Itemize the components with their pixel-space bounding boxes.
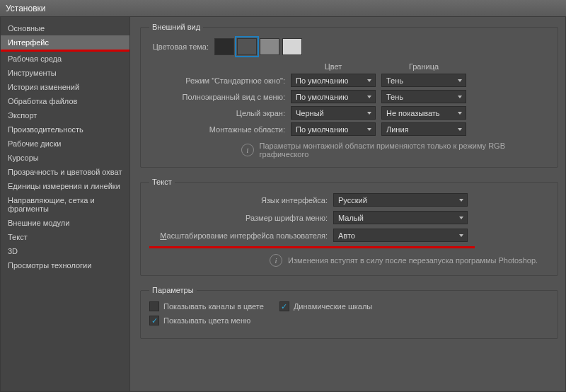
select-standard-border[interactable]: Тень — [381, 74, 466, 87]
checkbox-show-menu-colors[interactable]: Показывать цвета меню — [149, 316, 250, 325]
sidebar-item-3d[interactable]: 3D — [1, 244, 129, 258]
swatch-lightest[interactable] — [282, 38, 302, 55]
select-fullscreen-color[interactable]: Черный — [291, 106, 376, 120]
info-icon: i — [241, 144, 254, 156]
checkbox-icon — [149, 301, 159, 311]
checkbox-show-channels[interactable]: Показывать каналы в цвете — [149, 301, 264, 311]
group-appearance: Внешний вид Цветовая тема: Цвет Граница … — [140, 23, 558, 168]
group-params: Параметры Показывать каналы в цвете Дина… — [140, 286, 558, 339]
sidebar-item-units[interactable]: Единицы измерения и линейки — [1, 179, 129, 193]
select-artboards-border[interactable]: Линия — [381, 122, 466, 136]
checkbox-show-menu-colors-label: Показывать цвета меню — [163, 316, 250, 325]
mode-row-standard: Режим "Стандартное окно": По умолчанию Т… — [149, 74, 549, 87]
sidebar-item-plugins[interactable]: Внешние модули — [1, 216, 129, 230]
main-panel: Внешний вид Цветовая тема: Цвет Граница … — [130, 17, 565, 391]
header-border: Граница — [381, 62, 466, 71]
appearance-info: i Параметры монтажной области применяютс… — [241, 142, 549, 158]
sidebar-item-type[interactable]: Текст — [1, 230, 129, 244]
mode-label-fullscreen-menu: Полноэкранный вид с меню: — [149, 93, 291, 101]
select-font-size[interactable]: Малый — [333, 211, 468, 224]
sidebar-item-file-handling[interactable]: Обработка файлов — [1, 94, 129, 108]
ui-scale-label: Масштабирование интерфейса пользователя: — [149, 231, 333, 240]
window-body: Основные Интерфейс Рабочая среда Инструм… — [0, 17, 566, 392]
font-size-label: Размер шрифта меню: — [149, 214, 333, 222]
header-color: Цвет — [291, 62, 376, 71]
sidebar-item-workspace[interactable]: Рабочая среда — [1, 52, 129, 66]
sidebar-item-general[interactable]: Основные — [1, 21, 129, 35]
select-fullscreen-border[interactable]: Не показывать — [381, 106, 466, 120]
select-ui-scale[interactable]: Авто — [333, 229, 468, 242]
select-standard-color[interactable]: По умолчанию — [291, 74, 376, 87]
window-titlebar: Установки — [0, 0, 566, 17]
swatch-darkest[interactable] — [214, 38, 234, 55]
info-icon: i — [270, 254, 282, 267]
select-fullscreen-menu-border[interactable]: Тень — [381, 90, 466, 103]
swatch-dark[interactable] — [237, 38, 257, 55]
text-info-text: Изменения вступят в силу после перезапус… — [288, 256, 538, 265]
sidebar-item-history[interactable]: История изменений — [1, 80, 129, 94]
sidebar-item-tools[interactable]: Инструменты — [1, 66, 129, 80]
color-theme-swatches — [214, 38, 302, 55]
sidebar-item-performance[interactable]: Производительность — [1, 122, 129, 137]
sidebar: Основные Интерфейс Рабочая среда Инструм… — [1, 17, 130, 391]
swatch-light[interactable] — [260, 38, 279, 55]
mode-row-fullscreen: Целый экран: Черный Не показывать — [149, 106, 549, 120]
sidebar-item-cursors[interactable]: Курсоры — [1, 151, 129, 165]
group-params-legend: Параметры — [149, 286, 197, 294]
window-title: Установки — [6, 4, 45, 13]
color-theme-label: Цветовая тема: — [149, 42, 214, 51]
appearance-info-text: Параметры монтажной области применяются … — [260, 142, 549, 158]
group-text: Текст Язык интерфейса: Русский Размер шр… — [140, 178, 558, 276]
sidebar-item-export[interactable]: Экспорт — [1, 108, 129, 122]
sidebar-item-transparency[interactable]: Прозрачность и цветовой охват — [1, 165, 129, 179]
checkbox-icon — [149, 316, 159, 325]
lang-label: Язык интерфейса: — [149, 196, 333, 204]
sidebar-item-interface[interactable]: Интерфейс — [1, 35, 129, 50]
checkbox-dynamic-scales[interactable]: Динамические шкалы — [279, 301, 372, 311]
sidebar-item-tech-preview[interactable]: Просмотры технологии — [1, 258, 129, 272]
annotation-redline-main — [149, 246, 475, 248]
mode-label-fullscreen: Целый экран: — [149, 109, 291, 117]
mode-label-standard: Режим "Стандартное окно": — [149, 76, 291, 85]
sidebar-item-scratch-disks[interactable]: Рабочие диски — [1, 137, 129, 151]
mode-grid-headers: Цвет Граница — [149, 62, 549, 71]
select-language[interactable]: Русский — [333, 193, 468, 207]
mode-row-fullscreen-menu: Полноэкранный вид с меню: По умолчанию Т… — [149, 90, 549, 103]
group-appearance-legend: Внешний вид — [149, 23, 203, 31]
text-info: i Изменения вступят в силу после перезап… — [270, 254, 549, 267]
checkbox-dynamic-scales-label: Динамические шкалы — [294, 302, 372, 311]
select-fullscreen-menu-color[interactable]: По умолчанию — [291, 90, 376, 103]
sidebar-item-guides[interactable]: Направляющие, сетка и фрагменты — [1, 193, 129, 216]
select-artboards-color[interactable]: По умолчанию — [291, 122, 376, 136]
mode-label-artboards: Монтажные области: — [149, 125, 291, 134]
checkbox-show-channels-label: Показывать каналы в цвете — [163, 302, 264, 311]
group-text-legend: Текст — [149, 178, 175, 186]
mode-row-artboards: Монтажные области: По умолчанию Линия — [149, 122, 549, 136]
checkbox-icon — [279, 301, 289, 311]
